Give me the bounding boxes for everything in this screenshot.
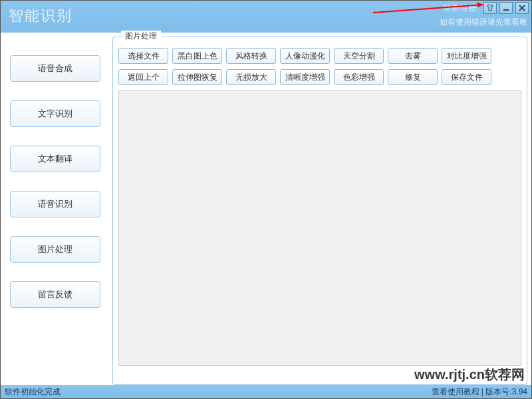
portrait-anime-button[interactable]: 人像动漫化: [280, 48, 330, 64]
image-canvas: [118, 90, 521, 366]
lossless-enlarge-button[interactable]: 无损放大: [226, 69, 276, 85]
sidebar-item-ocr[interactable]: 文字识别: [10, 100, 100, 127]
stretch-restore-button[interactable]: 拉伸图恢复: [172, 69, 222, 85]
sidebar-item-asr[interactable]: 语音识别: [10, 191, 100, 217]
dehaze-button[interactable]: 去雾: [388, 48, 438, 64]
image-processing-group: 图片处理 选择文件 黑白图上色 风格转换 人像动漫化 天空分割 去雾 对比度增强…: [112, 37, 527, 385]
minimize-button[interactable]: [499, 2, 513, 14]
sidebar-item-tts[interactable]: 语音合成: [10, 55, 100, 82]
select-file-button[interactable]: 选择文件: [118, 48, 168, 64]
group-title: 图片处理: [121, 31, 161, 42]
login-link[interactable]: 登录/注册: [443, 3, 477, 14]
sidebar-item-translate[interactable]: 文本翻译: [10, 146, 100, 172]
version-label: 版本号:: [485, 387, 511, 396]
sky-segment-button[interactable]: 天空分割: [334, 48, 384, 64]
undo-button[interactable]: 返回上个: [118, 69, 168, 85]
sidebar: 语音合成 文字识别 文本翻译 语音识别 图片处理 留言反馈: [5, 37, 106, 386]
main-area: 语音合成 文字识别 文本翻译 语音识别 图片处理 留言反馈 图片处理 选择文件 …: [1, 33, 531, 386]
status-left: 软件初始化完成: [5, 386, 61, 398]
style-transfer-button[interactable]: 风格转换: [226, 48, 276, 64]
titlebar: 智能识别 登录/注册 如有使用错误请先查看教: [1, 1, 531, 33]
toolbar-row-2: 返回上个 拉伸图恢复 无损放大 清晰度增强 色彩增强 修复 保存文件: [118, 69, 521, 85]
save-file-button[interactable]: 保存文件: [442, 69, 491, 85]
clarity-enhance-button[interactable]: 清晰度增强: [280, 69, 330, 85]
close-button[interactable]: [515, 2, 529, 14]
sidebar-item-image[interactable]: 图片处理: [10, 236, 100, 263]
tutorial-link[interactable]: 查看使用教程: [432, 387, 479, 396]
colorize-button[interactable]: 黑白图上色: [172, 48, 222, 64]
help-text[interactable]: 如有使用错误请先查看教: [440, 17, 527, 28]
toolbar-row-1: 选择文件 黑白图上色 风格转换 人像动漫化 天空分割 去雾 对比度增强: [118, 48, 521, 64]
contrast-enhance-button[interactable]: 对比度增强: [442, 48, 491, 64]
statusbar: 软件初始化完成 查看使用教程 | 版本号:3.94: [1, 385, 531, 398]
repair-button[interactable]: 修复: [388, 69, 438, 85]
sidebar-item-feedback[interactable]: 留言反馈: [10, 281, 100, 308]
version-value: 3.94: [512, 387, 527, 396]
app-title: 智能识别: [9, 6, 72, 26]
status-right: 查看使用教程 | 版本号:3.94: [432, 386, 528, 398]
shirt-icon-button[interactable]: [483, 2, 497, 14]
color-enhance-button[interactable]: 色彩增强: [334, 69, 384, 85]
svg-rect-0: [503, 9, 509, 11]
content-panel: 图片处理 选择文件 黑白图上色 风格转换 人像动漫化 天空分割 去雾 对比度增强…: [112, 37, 527, 386]
